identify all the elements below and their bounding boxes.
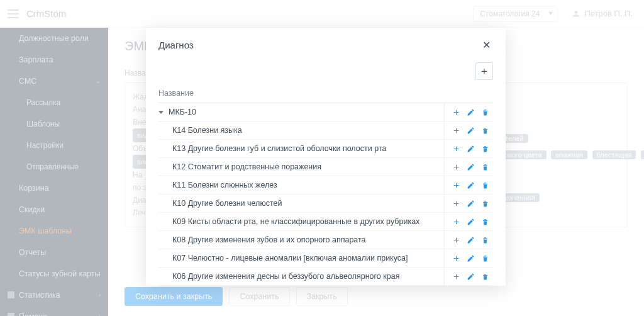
row-delete-icon[interactable]: [481, 108, 489, 116]
row-delete-icon[interactable]: [481, 163, 489, 171]
tree-row[interactable]: К09 Кисты области рта, не классифицирова…: [158, 213, 493, 231]
row-delete-icon[interactable]: [481, 273, 489, 281]
modal-body: Название МКБ-10К14 Болезни языкаК13 Друг…: [146, 84, 506, 286]
tree-row[interactable]: К11 Болезни слюнных желез: [158, 176, 493, 195]
row-edit-icon[interactable]: [467, 145, 475, 153]
add-button[interactable]: ＋: [475, 62, 493, 80]
row-edit-icon[interactable]: [467, 218, 475, 226]
tree-row[interactable]: К14 Болезни языка: [158, 121, 493, 140]
row-add-icon[interactable]: [452, 163, 460, 171]
tree-row-label: К06 Другие изменения десны и беззубого а…: [172, 272, 399, 281]
tree-row-label: К12 Стоматит и родственные поражения: [172, 162, 321, 171]
close-icon[interactable]: ✕: [480, 38, 493, 52]
row-add-icon[interactable]: [452, 218, 460, 226]
row-add-icon[interactable]: [452, 145, 460, 153]
row-delete-icon[interactable]: [481, 254, 489, 262]
row-delete-icon[interactable]: [481, 145, 489, 153]
diagnosis-modal: Диагноз ✕ ＋ Название МКБ-10К14 Болезни я…: [146, 28, 506, 286]
tree-row[interactable]: К07 Челюстно - лицевые аномалии [включая…: [158, 249, 493, 268]
row-add-icon[interactable]: [452, 254, 460, 262]
row-delete-icon[interactable]: [481, 181, 489, 189]
tree-row[interactable]: К12 Стоматит и родственные поражения: [158, 158, 493, 176]
row-edit-icon[interactable]: [467, 200, 475, 208]
row-add-icon[interactable]: [452, 181, 460, 189]
tree-row-label: К13 Другие болезни губ и слизистой оболо…: [172, 144, 386, 153]
tree-row-label: К14 Болезни языка: [172, 126, 242, 135]
tree-row-label: К11 Болезни слюнных желез: [172, 181, 277, 189]
row-edit-icon[interactable]: [467, 273, 475, 281]
tree-row[interactable]: К13 Другие болезни губ и слизистой оболо…: [158, 140, 493, 158]
tree-root-label: МКБ-10: [169, 108, 196, 116]
row-add-icon[interactable]: [452, 236, 460, 244]
row-add-icon[interactable]: [452, 200, 460, 208]
row-add-icon[interactable]: [452, 127, 460, 135]
row-edit-icon[interactable]: [467, 163, 475, 171]
tree-row[interactable]: К08 Другие изменения зубов и их опорного…: [158, 231, 493, 249]
tree-row-label: К09 Кисты области рта, не классифицирова…: [172, 217, 419, 226]
row-edit-icon[interactable]: [467, 108, 475, 116]
tree-row-label: К08 Другие изменения зубов и их опорного…: [172, 235, 366, 244]
column-header-name: Название: [158, 84, 493, 103]
row-edit-icon[interactable]: [467, 127, 475, 135]
row-add-icon[interactable]: [452, 108, 460, 116]
plus-icon: ＋: [479, 65, 489, 78]
row-edit-icon[interactable]: [467, 236, 475, 244]
expand-icon[interactable]: [158, 111, 164, 114]
row-delete-icon[interactable]: [481, 127, 489, 135]
tree-root-row[interactable]: МКБ-10: [158, 103, 493, 121]
modal-title: Диагноз: [158, 40, 480, 50]
row-add-icon[interactable]: [452, 273, 460, 281]
tree-row-label: К07 Челюстно - лицевые аномалии [включая…: [172, 254, 408, 262]
tree-row-label: К10 Другие болезни челюстей: [172, 199, 282, 208]
tree-row[interactable]: К10 Другие болезни челюстей: [158, 195, 493, 213]
row-edit-icon[interactable]: [467, 181, 475, 189]
row-delete-icon[interactable]: [481, 236, 489, 244]
row-delete-icon[interactable]: [481, 200, 489, 208]
tree-row[interactable]: К06 Другие изменения десны и беззубого а…: [158, 268, 493, 286]
row-delete-icon[interactable]: [481, 218, 489, 226]
row-edit-icon[interactable]: [467, 254, 475, 262]
